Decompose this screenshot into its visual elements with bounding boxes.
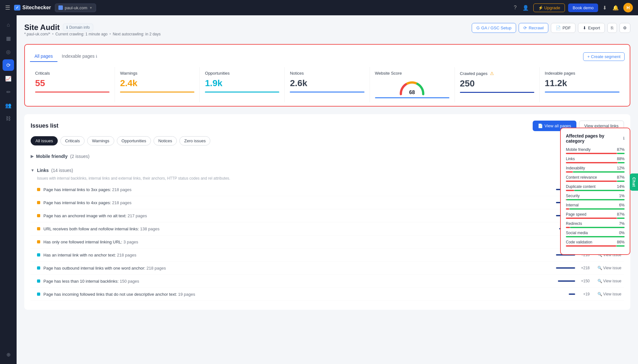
criticals-label: Criticals — [35, 71, 109, 76]
pdf-button[interactable]: 📄 PDF — [551, 23, 575, 33]
domain-info-badge[interactable]: ℹ Domain info — [63, 24, 93, 31]
issue-group-links: ▼ Links (14 issues) Issues with internal… — [31, 165, 624, 301]
issue-row: Page has less than 10 internal backlinks… — [31, 275, 624, 288]
issues-header: Issues list 📄 View all pages View extern… — [31, 121, 624, 131]
affected-bar-red — [566, 208, 569, 210]
notifications-icon[interactable]: 🔔 — [611, 4, 620, 12]
affected-row-label: Links 88% — [566, 157, 625, 161]
warning-icon: ⚠ — [490, 71, 494, 76]
issue-count: +218 — [577, 266, 590, 270]
hamburger-menu[interactable]: ☰ — [5, 4, 10, 11]
filter-zero-issues[interactable]: Zero issues — [179, 136, 210, 145]
affected-category-label: Page speed — [566, 212, 586, 217]
affected-row-label: Redirects 7% — [566, 221, 625, 226]
affected-pages-panel: Affected pages by category ℹ Mobile frie… — [560, 128, 630, 255]
issue-row: Page has outbound internal links with on… — [31, 262, 624, 275]
settings-button[interactable]: ⚙ — [619, 23, 630, 33]
filter-all-issues[interactable]: All issues — [31, 136, 58, 145]
affected-bar-green — [617, 218, 625, 219]
stat-card-crawled: Crawled pages ⚠ 250 — [455, 67, 540, 102]
export-button[interactable]: ⬇ Export — [578, 23, 605, 33]
crawled-value: 250 — [460, 78, 534, 89]
help-icon[interactable]: ? — [513, 4, 518, 12]
affected-row-item: Code validation 86% — [566, 240, 625, 247]
affected-percentage: 0% — [619, 231, 625, 235]
issue-bar-area: +150 — [558, 279, 590, 283]
domain-info-label: Domain info — [69, 25, 90, 30]
sidebar-item-add[interactable]: ⊕ — [3, 349, 14, 360]
affected-bar-track — [566, 199, 625, 200]
links-header[interactable]: ▼ Links (14 issues) — [31, 165, 624, 176]
tab-all-pages[interactable]: All pages — [30, 51, 57, 62]
affected-bar-red — [566, 153, 617, 154]
warnings-bar — [120, 92, 194, 93]
svg-text:68: 68 — [409, 90, 415, 95]
nav-right: ? 👤 ⚡ Upgrade Book demo ⬇ 🔔 H — [513, 3, 633, 12]
crawled-bar — [460, 92, 534, 93]
affected-bar-green — [570, 227, 625, 228]
sidebar-item-analytics[interactable]: 📈 — [3, 73, 14, 84]
upgrade-button[interactable]: ⚡ Upgrade — [533, 4, 565, 12]
sidebar-item-search[interactable]: ◎ — [3, 46, 14, 57]
gauge-svg: 68 — [398, 78, 426, 97]
sidebar-item-home[interactable]: ⌂ — [3, 19, 14, 31]
affected-bar-track — [566, 171, 625, 173]
tab-indexable-pages[interactable]: Indexable pages ℹ — [57, 51, 102, 62]
affected-row-item: Page speed 87% — [566, 212, 625, 219]
create-segment-button[interactable]: + Create segment — [583, 52, 625, 61]
links-count: (14 issues) — [51, 168, 73, 173]
logo: ✓ Sitechecker — [14, 5, 51, 11]
affected-bar-red — [566, 181, 617, 182]
sidebar-item-audit[interactable]: ⟳ — [3, 59, 14, 71]
nav-left: ☰ ✓ Sitechecker paul-uk.com ▼ — [5, 4, 509, 12]
users-icon[interactable]: 👤 — [521, 4, 530, 12]
info-icon: ℹ — [66, 25, 68, 30]
filter-criticals[interactable]: Criticals — [60, 136, 85, 145]
affected-bar-red — [566, 171, 573, 173]
view-issue-button[interactable]: 🔍 View issue — [595, 291, 624, 298]
opportunities-value: 1.9k — [205, 78, 279, 88]
filter-warnings[interactable]: Warnings — [87, 136, 114, 145]
affected-category-label: Code validation — [566, 240, 592, 244]
filter-opportunities[interactable]: Opportunities — [117, 136, 151, 145]
chat-button[interactable]: Chat — [630, 173, 638, 191]
opportunity-indicator — [37, 266, 40, 270]
book-demo-button[interactable]: Book demo — [568, 4, 598, 12]
affected-bar-track — [566, 227, 625, 228]
affected-title: Affected pages by category ℹ — [566, 133, 625, 144]
sidebar-item-tools[interactable]: ✏ — [3, 86, 14, 98]
issue-text: Page has incoming followed links that do… — [43, 292, 569, 297]
affected-row-item: Redirects 7% — [566, 221, 625, 228]
pdf-icon: 📄 — [556, 26, 561, 30]
ga-gsc-button[interactable]: G GA / GSC Setup — [472, 23, 516, 33]
affected-row-label: Indexability 12% — [566, 166, 625, 170]
sidebar-item-links[interactable]: ⛓ — [3, 113, 14, 124]
recrawl-button[interactable]: ⟳ Recrawl — [519, 23, 548, 33]
stats-container: All pages Indexable pages ℹ + Create seg… — [24, 44, 630, 107]
top-navigation: ☰ ✓ Sitechecker paul-uk.com ▼ ? 👤 ⚡ Upgr… — [0, 0, 638, 15]
affected-percentage: 87% — [617, 175, 625, 180]
affected-bar-track — [566, 245, 625, 247]
mobile-friendly-header[interactable]: ▶ Mobile friendly (2 issues) — [31, 151, 624, 162]
filter-row: All issues Criticals Warnings Opportunit… — [31, 136, 624, 145]
sidebar-item-dashboard[interactable]: ▦ — [3, 33, 14, 44]
issue-text: Page has less than 10 internal backlinks… — [43, 279, 558, 284]
affected-bar-red — [566, 245, 616, 247]
sidebar-item-users[interactable]: 👥 — [3, 100, 14, 111]
issue-row: Page has internal links to 3xx pages: 21… — [31, 183, 624, 196]
affected-bar-track — [566, 190, 625, 191]
affected-row-label: Content relevance 87% — [566, 175, 625, 180]
download-icon[interactable]: ⬇ — [601, 4, 608, 12]
tabs-row: All pages Indexable pages ℹ + Create seg… — [30, 51, 625, 62]
affected-bar-red — [566, 227, 570, 228]
domain-selector[interactable]: paul-uk.com ▼ — [55, 4, 96, 12]
view-issue-button[interactable]: 🔍 View issue — [595, 278, 624, 285]
view-issue-button[interactable]: 🔍 View issue — [595, 264, 624, 271]
affected-row-item: Security 1% — [566, 194, 625, 200]
share-button[interactable]: ⎘ — [607, 23, 617, 33]
opportunities-label: Opportunities — [205, 71, 279, 76]
avatar[interactable]: H — [623, 3, 633, 12]
filter-notices[interactable]: Notices — [154, 136, 177, 145]
logo-icon: ✓ — [14, 5, 20, 11]
affected-bar-track — [566, 208, 625, 210]
